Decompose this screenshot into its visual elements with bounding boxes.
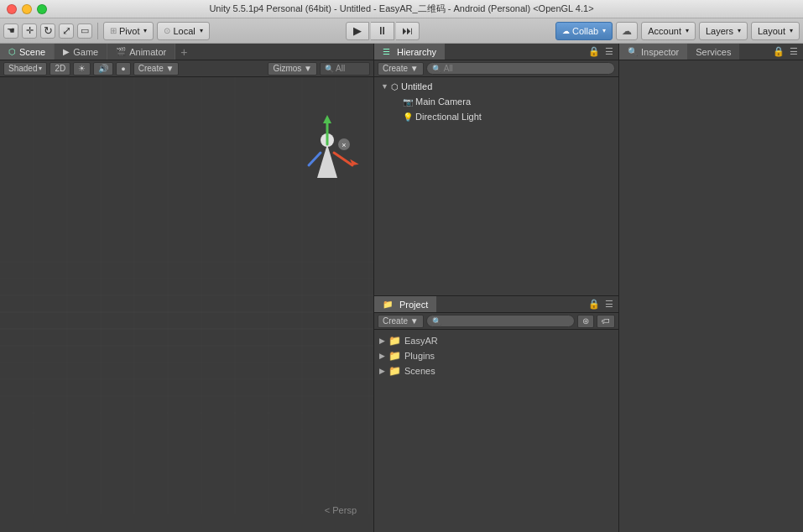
project-lock-icon[interactable]: 🔒 (588, 299, 600, 310)
scenes-expand-arrow: ▶ (379, 367, 385, 375)
hierarchy-create-button[interactable]: Create ▼ (378, 62, 424, 76)
tab-inspector[interactable]: 🔍 Inspector (619, 44, 687, 60)
hierarchy-item-main-camera[interactable]: ▶ 📷 Main Camera (374, 94, 618, 109)
project-type-filter[interactable]: 🏷 (597, 315, 615, 328)
tab-animator[interactable]: 🎬 Animator (107, 44, 175, 60)
project-item-easyar[interactable]: ▶ 📁 EasyAR (374, 333, 618, 348)
layers-button[interactable]: Layers ▾ (699, 22, 748, 40)
inspector-menu-icon[interactable]: ☰ (788, 46, 800, 58)
scene-tab-icon: ⬡ (8, 47, 16, 56)
rotate-tool-button[interactable]: ↻ (40, 23, 55, 39)
collab-dropdown-arrow: ▾ (602, 27, 606, 34)
inspector-panel: 🔍 Inspector Services 🔒 ☰ (618, 44, 803, 532)
project-tab-bar: 📁 Project 🔒 ☰ (374, 296, 618, 313)
cloud-button[interactable]: ☁ (616, 22, 638, 40)
move-tool-button[interactable]: ✛ (22, 23, 37, 39)
hierarchy-tab-bar: ☰ Hierarchy 🔒 ☰ (374, 44, 618, 60)
step-button[interactable]: ⏭ (396, 22, 420, 40)
plugins-folder-icon: 📁 (388, 350, 401, 362)
maximize-button[interactable] (37, 4, 47, 14)
animator-tab-icon: 🎬 (116, 47, 126, 56)
layout-button[interactable]: Layout ▾ (751, 22, 800, 40)
account-dropdown-arrow: ▾ (686, 27, 689, 34)
untitled-scene-icon: ⬡ (391, 82, 399, 91)
tab-game[interactable]: ▶ Game (55, 44, 107, 60)
audio-button[interactable]: 🔊 (93, 62, 113, 76)
hierarchy-panel: ☰ Hierarchy 🔒 ☰ Create ▼ 🔍 All (373, 44, 618, 295)
tab-project[interactable]: 📁 Project (374, 296, 436, 312)
inspector-header-icons: 🔒 ☰ (773, 44, 803, 60)
easyar-expand-arrow: ▶ (379, 336, 385, 345)
project-content: ▶ 📁 EasyAR ▶ 📁 Plugins ▶ 📁 Scenes (374, 330, 618, 532)
light-icon: 💡 (403, 112, 413, 122)
scene-toolbar: Shaded ▾ 2D ☀ 🔊 ● Create ▼ Gizmos ▼ 🔍 Al… (0, 60, 373, 77)
lighting-button[interactable]: ☀ (73, 62, 91, 76)
tab-services[interactable]: Services (687, 44, 739, 60)
project-search[interactable]: 🔍 (426, 315, 575, 327)
pivot-dropdown-arrow: ▾ (143, 27, 147, 34)
play-button[interactable]: ▶ (346, 22, 369, 40)
twod-button[interactable]: 2D (50, 62, 70, 76)
untitled-arrow: ▼ (381, 82, 391, 91)
tab-scene[interactable]: ⬡ Scene (0, 44, 55, 60)
pause-button[interactable]: ⏸ (371, 22, 394, 40)
left-panel: ⬡ Scene ▶ Game 🎬 Animator + Shaded ▾ 2D … (0, 44, 373, 532)
shaded-dropdown-arrow: ▾ (39, 65, 42, 72)
collab-button[interactable]: ☁ Collab ▾ (555, 22, 613, 40)
scene-create-button[interactable]: Create ▼ (133, 62, 180, 76)
title-bar: Unity 5.5.1p4 Personal (64bit) - Untitle… (0, 0, 803, 18)
rect-tool-button[interactable]: ▭ (77, 23, 92, 39)
scene-grid-svg: × (0, 77, 373, 532)
scale-tool-button[interactable]: ⤢ (59, 23, 74, 39)
hierarchy-content: ▼ ⬡ Untitled ▶ 📷 Main Camera ▶ 💡 Directi… (374, 77, 618, 295)
project-toolbar: Create ▼ 🔍 ⊛ 🏷 (374, 313, 618, 330)
easyar-folder-icon: 📁 (388, 335, 401, 347)
separator-1 (97, 23, 98, 39)
svg-rect-1 (0, 77, 373, 532)
local-dropdown-arrow: ▾ (200, 27, 203, 34)
inspector-tab-bar: 🔍 Inspector Services 🔒 ☰ (619, 44, 803, 60)
project-menu-icon[interactable]: ☰ (603, 299, 615, 310)
plugins-expand-arrow: ▶ (379, 352, 385, 360)
layers-dropdown-arrow: ▾ (738, 27, 741, 34)
hand-tool-button[interactable]: ☚ (3, 23, 18, 39)
camera-icon: 📷 (403, 97, 413, 107)
center-panels: ☰ Hierarchy 🔒 ☰ Create ▼ 🔍 All (373, 44, 618, 532)
left-tab-bar: ⬡ Scene ▶ Game 🎬 Animator + (0, 44, 373, 60)
fx-button[interactable]: ● (116, 62, 130, 76)
gizmos-button[interactable]: Gizmos ▼ (268, 62, 317, 76)
close-button[interactable] (7, 4, 17, 14)
project-header-icons: 🔒 ☰ (588, 296, 618, 312)
minimize-button[interactable] (22, 4, 32, 14)
hierarchy-search[interactable]: 🔍 All (426, 62, 615, 75)
inspector-content (619, 60, 803, 532)
hierarchy-item-untitled[interactable]: ▼ ⬡ Untitled (374, 79, 618, 94)
scene-view: × < Persp (0, 77, 373, 532)
local-button[interactable]: ⊙ Local ▾ (157, 22, 209, 40)
hierarchy-lock-icon[interactable]: 🔒 (588, 46, 600, 58)
search-scene-input[interactable]: 🔍 All (320, 62, 370, 76)
window-controls (7, 4, 47, 14)
hierarchy-menu-icon[interactable]: ☰ (603, 46, 615, 58)
svg-text:×: × (342, 141, 346, 149)
game-tab-icon: ▶ (63, 47, 70, 56)
hierarchy-item-directional-light[interactable]: ▶ 💡 Directional Light (374, 109, 618, 124)
project-item-scenes[interactable]: ▶ 📁 Scenes (374, 363, 618, 378)
scenes-folder-icon: 📁 (388, 365, 401, 377)
project-item-plugins[interactable]: ▶ 📁 Plugins (374, 348, 618, 363)
project-panel: 📁 Project 🔒 ☰ Create ▼ 🔍 ⊛ 🏷 (373, 295, 618, 532)
tab-hierarchy[interactable]: ☰ Hierarchy (374, 44, 445, 60)
tab-add-button[interactable]: + (175, 44, 192, 60)
hierarchy-header-icons: 🔒 ☰ (588, 44, 618, 60)
main-toolbar: ☚ ✛ ↻ ⤢ ▭ ⊞ Pivot ▾ ⊙ Local ▾ ▶ ⏸ ⏭ ☁ Co… (0, 18, 803, 44)
inspector-lock-icon[interactable]: 🔒 (773, 46, 785, 58)
account-button[interactable]: Account ▾ (641, 22, 696, 40)
main-area: ⬡ Scene ▶ Game 🎬 Animator + Shaded ▾ 2D … (0, 44, 803, 532)
project-create-button[interactable]: Create ▼ (378, 315, 424, 328)
layout-dropdown-arrow: ▾ (790, 27, 793, 34)
hierarchy-toolbar: Create ▼ 🔍 All (374, 60, 618, 77)
project-filter-button[interactable]: ⊛ (577, 315, 594, 328)
pivot-button[interactable]: ⊞ Pivot ▾ (103, 22, 154, 40)
shaded-dropdown[interactable]: Shaded ▾ (3, 62, 47, 76)
window-title: Unity 5.5.1p4 Personal (64bit) - Untitle… (209, 3, 593, 15)
